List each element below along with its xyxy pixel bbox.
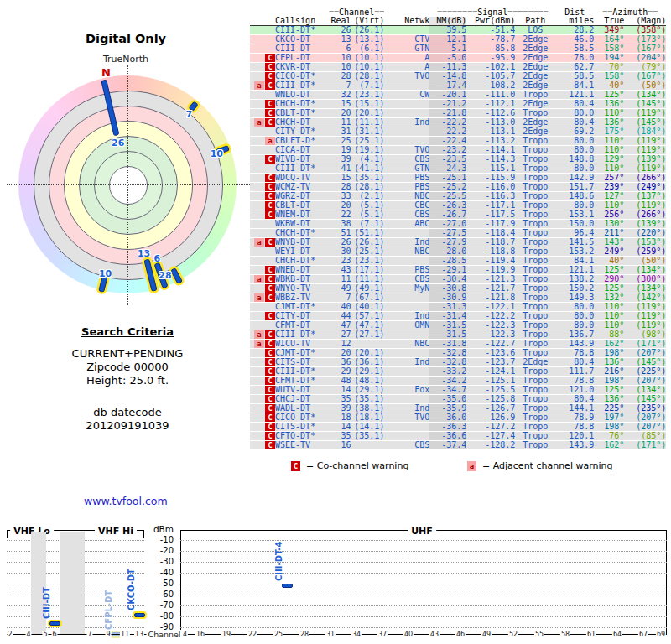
- co-channel-warning-icon: C: [265, 63, 275, 71]
- table-row: aCCIII-DT*7(7.1)-17.4-108.22Edge84.140°(…: [250, 81, 666, 91]
- uhf-left-border: [180, 530, 181, 635]
- spectrum-chart: VHF Lo VHF Hi UHF dBm -10-20-30-40-50-60…: [0, 524, 671, 644]
- search-mode: CURRENT+PENDING: [15, 347, 240, 361]
- gridline-uhf: [180, 595, 667, 595]
- col-callsign: Callsign: [275, 17, 329, 26]
- table-row: aCWBBZ-TV7(67.1)-30.9-121.8Tropo149.3132…: [250, 293, 666, 303]
- co-channel-warning-icon: C: [265, 284, 275, 293]
- table-row: CCITS-DT*14(14.1)-36.3-127.2Tropo78.8198…: [250, 423, 666, 432]
- signal-marker-CIII-DT-4: [282, 584, 293, 588]
- channel-tick-67: 67: [638, 631, 648, 638]
- table-row: CCHCJ-DT35(35.1)-35.0-125.8Tropo80.4136°…: [250, 395, 666, 404]
- gridline-uhf: [180, 540, 667, 541]
- co-channel-warning-icon: C: [265, 174, 275, 182]
- co-channel-warning-icon: C: [265, 201, 275, 210]
- co-channel-warning-icon: C: [265, 312, 275, 320]
- table-row: CHCH-DT*23(23.1)-28.5-119.4Tropo84.140°(…: [250, 257, 666, 266]
- channel-tick-5: 5: [42, 631, 48, 638]
- vhf-hi-label: VHF Hi: [95, 526, 137, 537]
- channel-tick-11: 11: [120, 631, 130, 638]
- channel-tick-13: 13: [134, 631, 144, 638]
- co-channel-warning-icon: C: [265, 441, 275, 449]
- search-height: Height: 25.0 ft.: [15, 374, 240, 387]
- co-channel-warning-icon: C: [265, 238, 275, 247]
- co-channel-warning-icon: C: [265, 293, 275, 302]
- channel-tick-46: 46: [455, 631, 466, 638]
- table-row: CWGRZ-DT33(2.1)NBC-25.5-116.3Tropo148.61…: [250, 192, 666, 201]
- co-channel-warning-text: = Co-channel warning: [306, 460, 408, 471]
- co-channel-warning-icon: C: [265, 118, 275, 127]
- channel-tick-2: 2: [7, 631, 13, 638]
- dbm-tick-label: -60: [143, 589, 174, 599]
- channel-tick-58: 58: [560, 631, 570, 638]
- co-channel-warning-icon: C: [265, 266, 275, 274]
- col-real: Real: [329, 17, 351, 26]
- table-row: CWIVB-DT39(4.1)CBS-23.5-114.3Tropo148.81…: [250, 155, 666, 164]
- signal-marker-label: CFPL-DT: [104, 590, 112, 630]
- gridline-uhf: [180, 627, 667, 628]
- co-channel-warning-icon: C: [265, 109, 275, 117]
- co-channel-warning-icon: C: [265, 340, 275, 348]
- table-row: WNLO-DT32(23.1)CW-20.1-111.0Tropo121.112…: [250, 91, 666, 100]
- co-channel-warning-icon: C: [265, 81, 275, 90]
- table-row: CCFTO-DT*35(35.1)-36.6-127.4Tropo120.176…: [250, 432, 666, 441]
- gridline-uhf: [180, 562, 667, 563]
- co-channel-warning-icon: C: [265, 183, 275, 191]
- co-channel-warning-icon: C: [265, 423, 275, 431]
- channel-tick-28: 28: [299, 631, 309, 638]
- channel-tick-43: 43: [429, 631, 440, 638]
- table-row: CWNYO-TV49(49.1)MyN-30.8-121.7Tropo150.2…: [250, 284, 666, 293]
- table-row: CCICO-DT*28(28.1)TVO-14.8-105.72Edge58.5…: [250, 72, 666, 81]
- table-row: CCJMT-DT*20(20.1)-32.8-123.6Tropo78.8198…: [250, 349, 666, 358]
- co-channel-warning-icon: C: [265, 275, 275, 283]
- co-channel-warning-icon: C: [265, 358, 275, 366]
- table-row: aCWBKB-DT11(11.1)CBS-30.4-121.3Tropo138.…: [250, 275, 666, 284]
- table-row: aCBLFT-D*25(25.1)-22.4-113.2Tropo80.0110…: [250, 137, 666, 146]
- channel-tick-9: 9: [105, 631, 111, 638]
- adjacent-channel-warning-icon: a: [265, 137, 275, 145]
- tvfool-report: Digital Only TrueNorth N 267101362810 Se…: [0, 0, 671, 644]
- adjacent-channel-warning-icon: a: [254, 81, 264, 90]
- radar-channel-label: 10: [99, 268, 112, 279]
- dbm-tick-label: -30: [143, 557, 174, 566]
- radar-channel-label: 10: [210, 148, 223, 159]
- radar-channel-label: 13: [138, 248, 151, 259]
- dbm-tick-label: -20: [143, 546, 174, 555]
- col-path: Path: [515, 17, 555, 26]
- channel-tick-7: 7: [86, 631, 92, 638]
- signal-marker-label: CIII-DT-4: [274, 541, 283, 580]
- channel-group-header: ==Channel==: [329, 8, 384, 17]
- table-row: CWNED-DT43(17.1)PBS-29.1-119.9Tropo121.1…: [250, 266, 666, 275]
- signal-marker-CKCO-DT: [134, 613, 145, 617]
- table-column-header-row: Callsign Real (Virt) Netwk NM(dB) Pwr(dB…: [250, 17, 666, 26]
- dbm-tick-label: -10: [143, 535, 174, 544]
- adjacent-channel-warning-icon: a: [254, 340, 264, 348]
- table-row: CWCMZ-TV28(28.1)PBS-25.2-116.0Tropo151.7…: [250, 183, 666, 192]
- channel-tick-6: 6: [51, 631, 57, 638]
- col-nm: NM(dB): [429, 17, 466, 26]
- radar-ring-center: [109, 166, 148, 205]
- co-channel-warning-icon: C: [265, 404, 275, 413]
- adjacent-channel-warning-icon: a: [254, 238, 264, 247]
- table-group-header-row: ==Channel== ========Signal======== Dist …: [250, 8, 666, 17]
- col-pwr: Pwr(dBm): [466, 17, 515, 26]
- table-row: CICA-DT19(19.1)TVO-23.2-114.1Tropo80.011…: [250, 146, 666, 155]
- channel-tick-25: 25: [273, 631, 283, 638]
- gridline-uhf: [180, 584, 667, 584]
- search-criteria-panel: Search Criteria CURRENT+PENDING Zipcode …: [15, 325, 240, 433]
- db-datecode-value: 201209191039: [15, 419, 240, 433]
- search-zipcode: Zipcode 00000: [15, 361, 240, 374]
- dbm-tick-label: -80: [143, 611, 174, 621]
- db-datecode-label: db datecode: [15, 406, 240, 419]
- gridline-uhf: [180, 573, 667, 574]
- table-row: CITY-DT*31(31.1)-22.2-113.12Edge69.2175°…: [250, 127, 666, 137]
- co-channel-warning-icon: C: [265, 210, 275, 219]
- signal-group-header: ========Signal========: [429, 8, 555, 17]
- adjacent-channel-warning-icon: a: [254, 275, 264, 283]
- table-row: aCCHCH-DT11(11.1)Ind-22.2-113.02Edge80.4…: [250, 118, 666, 127]
- table-row: CJMT-DT*40(40.1)-31.3-122.1Tropo80.0110°…: [250, 303, 666, 312]
- tvfool-link[interactable]: www.tvfool.com: [84, 495, 168, 507]
- signal-table: ==Channel== ========Signal======== Dist …: [250, 8, 666, 450]
- radar-channel-label: 7: [182, 109, 195, 120]
- adjacent-channel-warning-icon: a: [467, 461, 476, 471]
